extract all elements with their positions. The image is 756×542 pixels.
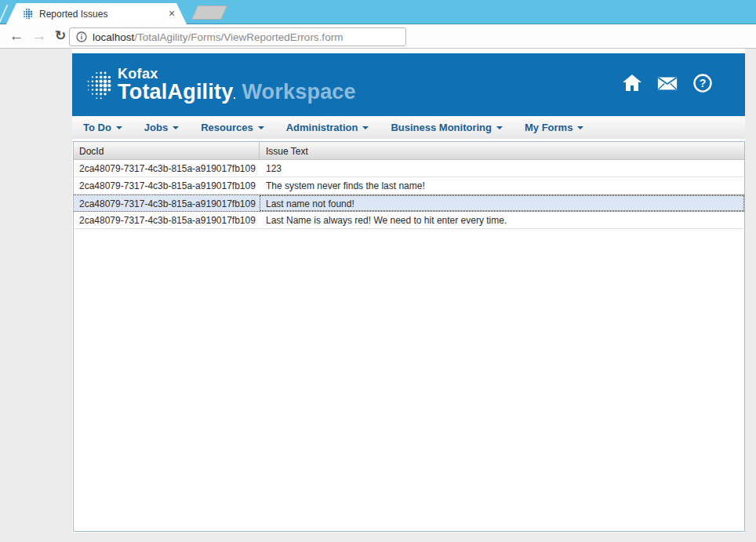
home-icon[interactable] <box>621 72 643 94</box>
chevron-down-icon <box>116 126 122 129</box>
docid-cell[interactable]: 2ca48079-7317-4c3b-815a-a919017fb109 <box>74 177 260 194</box>
docid-cell[interactable]: 2ca48079-7317-4c3b-815a-a919017fb109 <box>74 195 260 211</box>
docid-cell[interactable]: 2ca48079-7317-4c3b-815a-a919017fb109 <box>74 160 260 176</box>
brand-trademark-dot <box>234 97 235 99</box>
site-header: Kofax TotalAgilityWorkspace ? <box>72 53 745 116</box>
issue-text-cell[interactable]: Last name not found! <box>260 195 744 211</box>
issue-text-cell[interactable]: The system never finds the last name! <box>260 177 744 194</box>
brand-kofax: Kofax <box>118 67 356 81</box>
grid-header-row: DocId Issue Text <box>74 142 744 160</box>
menu-item-to-do[interactable]: To Do <box>72 116 133 139</box>
docid-cell[interactable]: 2ca48079-7317-4c3b-815a-a919017fb109 <box>74 212 260 228</box>
kofax-favicon-icon <box>22 8 34 20</box>
menu-label: My Forms <box>525 122 572 133</box>
new-tab-button[interactable] <box>191 5 227 20</box>
reported-issues-grid: DocId Issue Text 2ca48079-7317-4c3b-815a… <box>73 141 745 532</box>
browser-tab[interactable]: Reported Issues × <box>6 3 187 24</box>
menu-item-administration[interactable]: Administration <box>275 116 380 139</box>
forward-icon[interactable]: → <box>29 26 49 46</box>
column-header-docid[interactable]: DocId <box>74 142 260 159</box>
menu-label: Jobs <box>144 122 168 133</box>
menu-label: Resources <box>201 122 253 133</box>
brand-workspace: Workspace <box>242 80 355 104</box>
browser-toolbar: ← → ↻ localhost/TotalAgility/Forms/ViewR… <box>0 24 756 49</box>
menu-item-jobs[interactable]: Jobs <box>133 116 190 139</box>
header-icon-group: ? <box>621 72 714 94</box>
url-text: localhost/TotalAgility/Forms/ViewReporte… <box>93 31 343 43</box>
address-bar[interactable]: localhost/TotalAgility/Forms/ViewReporte… <box>69 27 406 46</box>
tab-strip-left-edge <box>0 5 9 24</box>
help-glyph: ? <box>700 77 707 89</box>
issue-text-cell[interactable]: 123 <box>260 160 744 176</box>
menu-item-business-monitoring[interactable]: Business Monitoring <box>380 116 514 139</box>
column-header-issue-text[interactable]: Issue Text <box>260 142 744 159</box>
content-container: Kofax TotalAgilityWorkspace ? <box>72 49 745 533</box>
tab-title: Reported Issues <box>39 9 107 20</box>
chevron-down-icon <box>173 126 179 129</box>
menu-item-resources[interactable]: Resources <box>190 116 274 139</box>
chevron-down-icon <box>258 126 264 129</box>
menu-label: To Do <box>83 122 111 133</box>
mail-icon[interactable] <box>656 72 678 94</box>
tab-close-icon[interactable]: × <box>165 7 178 20</box>
url-host: localhost <box>93 31 134 43</box>
table-row[interactable]: 2ca48079-7317-4c3b-815a-a919017fb109 123 <box>74 160 744 177</box>
kofax-dots-icon <box>85 68 112 104</box>
brand-product: TotalAgility <box>118 80 233 104</box>
menu-label: Business Monitoring <box>391 122 492 133</box>
kofax-logo: Kofax TotalAgilityWorkspace <box>85 67 356 104</box>
workspace-menubar: To Do Jobs Resources Administration Busi… <box>72 116 745 139</box>
back-icon[interactable]: ← <box>6 26 27 46</box>
page-info-icon[interactable] <box>76 31 87 42</box>
menu-label: Administration <box>286 122 358 133</box>
chevron-down-icon <box>362 126 369 129</box>
menu-item-my-forms[interactable]: My Forms <box>514 116 594 139</box>
brand-product-line: TotalAgilityWorkspace <box>118 81 356 103</box>
table-row[interactable]: 2ca48079-7317-4c3b-815a-a919017fb109 The… <box>74 177 744 195</box>
table-row-selected[interactable]: 2ca48079-7317-4c3b-815a-a919017fb109 Las… <box>74 195 744 212</box>
url-path: /TotalAgility/Forms/ViewReportedErrors.f… <box>134 31 343 43</box>
table-row[interactable]: 2ca48079-7317-4c3b-815a-a919017fb109 Las… <box>74 212 744 229</box>
reload-icon[interactable]: ↻ <box>50 26 71 46</box>
issue-text-cell[interactable]: Last Name is always red! We need to hit … <box>260 212 744 228</box>
browser-tab-strip: Reported Issues × <box>0 0 756 24</box>
page-background: Kofax TotalAgilityWorkspace ? <box>0 49 756 542</box>
chevron-down-icon <box>577 126 583 129</box>
chevron-down-icon <box>496 126 503 129</box>
brand-text: Kofax TotalAgilityWorkspace <box>118 67 356 104</box>
help-icon[interactable]: ? <box>692 72 714 94</box>
